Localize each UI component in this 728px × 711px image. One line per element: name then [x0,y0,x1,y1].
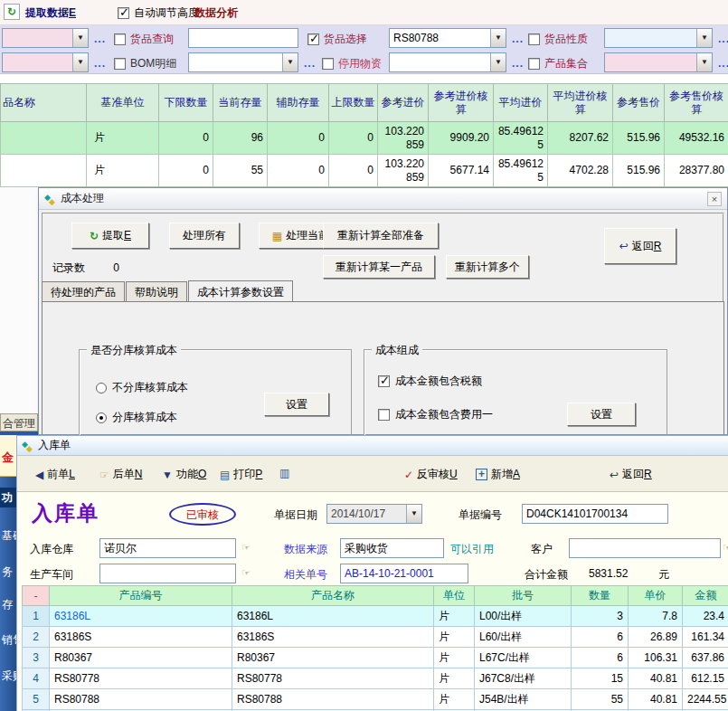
product-name[interactable]: 63186S [232,627,434,648]
more-button[interactable]: ... [94,33,106,45]
functions-button[interactable]: ▼ 功能O [162,467,206,482]
product-name[interactable]: RS80778 [232,668,434,689]
nav-item-partial[interactable]: 功 [0,488,16,507]
split-radio[interactable]: 分库核算成本 [96,410,177,425]
close-icon[interactable]: × [707,192,722,206]
tab-help[interactable]: 帮助说明 [126,281,187,301]
product-code[interactable]: 63186L [50,606,232,627]
quantity[interactable]: 3 [572,606,629,627]
process-all-button[interactable]: 处理所有 [169,223,240,249]
lookup-icon[interactable]: ☞ [241,542,251,554]
include-fee-checkbox-box[interactable] [378,409,390,421]
product-name[interactable]: 63186L [232,606,434,627]
quantity[interactable]: 6 [572,627,629,648]
unit-price[interactable]: 7.8 [629,606,683,627]
batch[interactable]: L60/出样 [475,627,572,648]
print-button[interactable]: ▤ 打印P [220,467,262,482]
unit[interactable]: 片 [434,627,475,648]
recalc-all-button[interactable]: 重新计算全部准备 [323,223,439,249]
goods-nature-checkbox-box[interactable] [528,33,540,45]
dropdown-icon[interactable]: ▼ [72,53,88,71]
more-button[interactable]: ... [512,57,524,70]
unaudit-button[interactable]: ✓ 反审核U [404,467,458,482]
product-code[interactable]: RS80788 [50,689,232,710]
goods-select-checkbox-box[interactable] [307,33,319,45]
goods-query-input[interactable] [188,28,298,48]
bom-combo[interactable]: ▼ [188,52,298,72]
warehouse-input[interactable] [99,538,236,558]
batch[interactable]: L67C/出样 [475,648,572,668]
unit[interactable]: 片 [434,606,475,627]
dropdown-icon[interactable]: ▼ [490,29,506,47]
product-name[interactable]: R80367 [232,648,434,668]
workshop-input[interactable] [99,564,236,583]
product-name[interactable]: RS80788 [232,689,434,710]
goods-select-combo[interactable]: RS80788 ▼ [389,28,506,48]
unit[interactable]: 片 [434,689,475,710]
return-button[interactable]: ↩ 返回R [604,228,676,264]
amount[interactable]: 637.86 [683,648,728,668]
stock-col-saleprice-calc[interactable]: 参考售价核算 [665,84,728,122]
stock-col-min[interactable]: 下限数量 [159,84,213,122]
stock-col-unit[interactable]: 基准单位 [87,84,159,122]
grid-col-unit[interactable]: 单位 [434,586,475,606]
batch[interactable]: J54B/出样 [475,689,572,710]
more-button[interactable]: ... [94,57,106,70]
include-tax-checkbox-box[interactable] [378,375,390,387]
nav-item-partial[interactable]: 务 [0,564,16,580]
grid-col-code[interactable]: 产品编号 [50,586,232,606]
dropdown-icon[interactable]: ▼ [282,53,298,71]
product-set-checkbox-box[interactable] [528,58,540,70]
grid-col-batch[interactable]: 批号 [475,586,572,606]
product-code[interactable]: R80367 [50,648,232,668]
more-button[interactable]: ... [512,33,524,45]
dropdown-icon[interactable]: ▼ [696,53,712,71]
composition-settings-button[interactable]: 设置 [567,403,636,426]
dropdown-icon[interactable]: ▼ [490,53,506,71]
amount[interactable]: 23.4 [683,606,728,627]
more-button[interactable]: ... [718,33,728,45]
receipt-titlebar[interactable]: ◆ ◆ 入库单 [17,436,728,456]
filter-combo-2[interactable]: ▼ [2,52,89,72]
stock-col-refprice[interactable]: 参考进价 [378,84,429,122]
unit-price[interactable]: 40.81 [629,689,683,710]
goods-query-checkbox-box[interactable] [114,33,126,45]
stock-col-current[interactable]: 当前存量 [213,84,268,122]
stock-col-saleprice[interactable]: 参考售价 [613,84,665,122]
dropdown-icon[interactable]: ▼ [696,29,712,47]
stock-col-avgprice[interactable]: 平均进价 [494,84,548,122]
bom-detail-checkbox-box[interactable] [114,58,126,70]
auto-height-checkbox[interactable]: 自动调节高度 [118,5,199,21]
quantity[interactable]: 6 [572,648,629,668]
extract-button[interactable]: ↻ 提取E [71,223,149,249]
unit[interactable]: 片 [434,648,475,668]
product-set-combo[interactable]: ▼ [604,52,713,72]
date-combo[interactable]: 2014/10/17 ▼ [326,504,422,524]
auto-height-checkbox-box[interactable] [118,7,129,19]
amount[interactable]: 2244.55 [683,689,728,710]
grid-row-4[interactable]: 4 RS80778 RS80778 片 J67C8/出样 15 40.81 61… [23,668,728,689]
grid-col-name[interactable]: 产品名称 [232,586,434,606]
filter-combo-1[interactable]: ▼ [2,28,89,48]
unit-price[interactable]: 26.89 [629,627,683,648]
batch[interactable]: J67C8/出样 [475,668,572,689]
dropdown-icon[interactable]: ▼ [72,29,88,47]
nav-item-partial[interactable]: 基础 [0,528,16,544]
customer-input[interactable] [569,538,721,558]
stock-row-1[interactable]: 片 0 96 0 0 103.220859 9909.20 85.496125 … [1,122,728,155]
goods-nature-combo[interactable]: ▼ [604,28,713,48]
cost-dialog-titlebar[interactable]: ◆ ◆ 成本处理 × [39,188,727,210]
grid-col-price[interactable]: 单价 [629,586,683,606]
tab-cost-params[interactable]: 成本计算参数设置 [188,280,293,301]
tab-pending-products[interactable]: 待处理的产品 [42,281,125,301]
goods-select-checkbox[interactable]: 货品选择 [307,32,367,47]
grid-row-2[interactable]: 2 63186S 63186S 片 L60/出样 6 26.89 161.34 [23,627,728,648]
batch[interactable]: L00/出样 [475,606,572,627]
lookup-icon[interactable]: ☞ [241,567,251,579]
nav-item-partial[interactable]: 存 [0,597,16,612]
stock-col-max[interactable]: 上限数量 [329,84,378,122]
can-reference-link[interactable]: 可以引用 [450,542,494,557]
product-code[interactable]: 63186S [50,627,232,648]
grid-row-3[interactable]: 3 R80367 R80367 片 L67C/出样 6 106.31 637.8… [23,648,728,668]
nav-item-partial[interactable]: 采购 [0,668,16,684]
